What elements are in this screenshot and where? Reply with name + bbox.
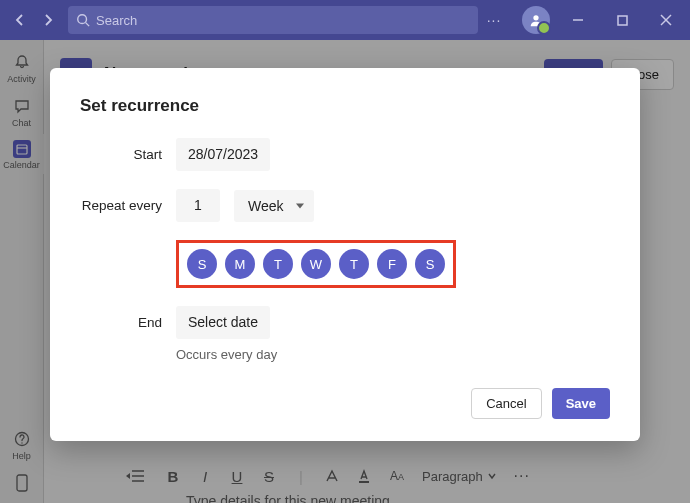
day-sunday[interactable]: S [187, 249, 217, 279]
start-label: Start [80, 147, 162, 162]
user-avatar[interactable] [522, 6, 550, 34]
close-window-button[interactable] [650, 4, 682, 36]
svg-point-2 [533, 15, 538, 20]
maximize-button[interactable] [606, 4, 638, 36]
row-end: End Select date [80, 306, 610, 339]
nav-forward-button[interactable] [36, 8, 60, 32]
end-label: End [80, 315, 162, 330]
title-bar: ··· [0, 0, 690, 40]
nav-back-button[interactable] [8, 8, 32, 32]
row-start: Start 28/07/2023 [80, 138, 610, 171]
day-tuesday[interactable]: T [263, 249, 293, 279]
day-monday[interactable]: M [225, 249, 255, 279]
repeat-unit-select[interactable]: Week [234, 190, 314, 222]
svg-line-1 [86, 23, 90, 27]
repeat-label: Repeat every [80, 198, 162, 213]
minimize-button[interactable] [562, 4, 594, 36]
day-wednesday[interactable]: W [301, 249, 331, 279]
modal-title: Set recurrence [80, 96, 610, 116]
start-date-input[interactable]: 28/07/2023 [176, 138, 270, 171]
more-options-button[interactable]: ··· [478, 4, 510, 36]
save-button[interactable]: Save [552, 388, 610, 419]
search-icon [76, 13, 90, 27]
day-friday[interactable]: F [377, 249, 407, 279]
modal-overlay: Set recurrence Start 28/07/2023 Repeat e… [0, 40, 690, 503]
recurrence-summary: Occurs every day [176, 347, 610, 362]
search-input[interactable] [96, 13, 470, 28]
recurrence-modal: Set recurrence Start 28/07/2023 Repeat e… [50, 68, 640, 441]
svg-point-0 [78, 15, 87, 24]
days-of-week-group: S M T W T F S [176, 240, 456, 288]
day-thursday[interactable]: T [339, 249, 369, 279]
end-date-input[interactable]: Select date [176, 306, 270, 339]
day-saturday[interactable]: S [415, 249, 445, 279]
nav-buttons [8, 8, 60, 32]
search-box[interactable] [68, 6, 478, 34]
row-repeat: Repeat every 1 Week [80, 189, 610, 222]
svg-rect-4 [618, 16, 627, 25]
repeat-unit-value: Week [248, 198, 284, 214]
modal-actions: Cancel Save [80, 388, 610, 419]
cancel-button[interactable]: Cancel [471, 388, 541, 419]
repeat-count-input[interactable]: 1 [176, 189, 220, 222]
